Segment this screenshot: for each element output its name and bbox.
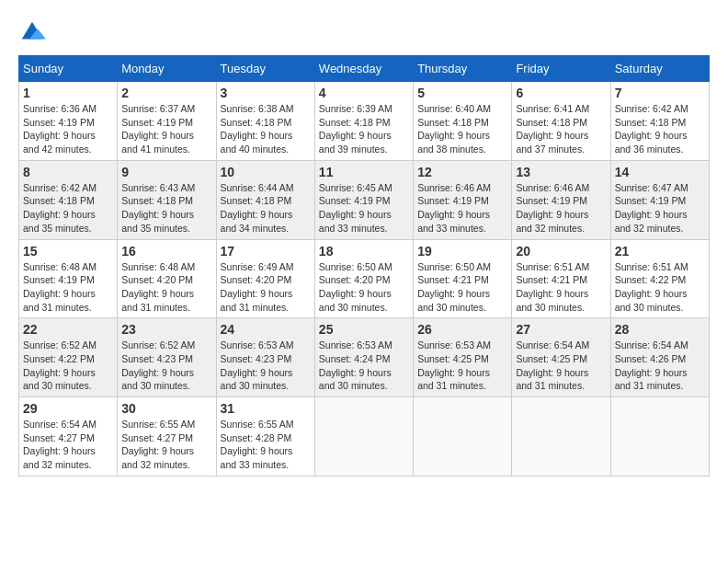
calendar-header-row: SundayMondayTuesdayWednesdayThursdayFrid…: [19, 56, 710, 82]
calendar-cell: 7 Sunrise: 6:42 AM Sunset: 4:18 PM Dayli…: [610, 82, 709, 161]
day-number: 3: [221, 86, 311, 100]
calendar-cell: 12 Sunrise: 6:46 AM Sunset: 4:19 PM Dayl…: [414, 160, 512, 239]
day-number: 16: [121, 244, 211, 259]
day-number: 8: [23, 165, 113, 179]
calendar-cell: 31 Sunrise: 6:55 AM Sunset: 4:28 PM Dayl…: [216, 397, 314, 477]
calendar-cell: 4 Sunrise: 6:39 AM Sunset: 4:18 PM Dayli…: [314, 82, 413, 161]
calendar-cell: 18 Sunrise: 6:50 AM Sunset: 4:20 PM Dayl…: [314, 239, 413, 318]
day-number: 25: [319, 322, 409, 337]
header-friday: Friday: [512, 56, 610, 82]
day-info: Sunrise: 6:53 AM Sunset: 4:25 PM Dayligh…: [417, 339, 507, 393]
page-header: [18, 18, 710, 46]
calendar-cell: 15 Sunrise: 6:48 AM Sunset: 4:19 PM Dayl…: [19, 239, 118, 318]
calendar-cell: 17 Sunrise: 6:49 AM Sunset: 4:20 PM Dayl…: [216, 239, 314, 318]
day-number: 30: [121, 401, 211, 416]
day-info: Sunrise: 6:53 AM Sunset: 4:24 PM Dayligh…: [319, 339, 409, 393]
calendar-cell: 27 Sunrise: 6:54 AM Sunset: 4:25 PM Dayl…: [512, 318, 610, 397]
calendar-cell: [414, 397, 512, 477]
calendar-cell: 13 Sunrise: 6:46 AM Sunset: 4:19 PM Dayl…: [512, 160, 610, 239]
day-number: 23: [121, 322, 211, 337]
day-number: 19: [417, 244, 507, 259]
day-info: Sunrise: 6:37 AM Sunset: 4:19 PM Dayligh…: [121, 102, 211, 156]
day-number: 20: [516, 244, 606, 259]
calendar-cell: 6 Sunrise: 6:41 AM Sunset: 4:18 PM Dayli…: [512, 82, 610, 161]
header-wednesday: Wednesday: [314, 56, 413, 82]
day-number: 17: [221, 244, 311, 259]
calendar-cell: 5 Sunrise: 6:40 AM Sunset: 4:18 PM Dayli…: [414, 82, 512, 161]
calendar-cell: 24 Sunrise: 6:53 AM Sunset: 4:23 PM Dayl…: [216, 318, 314, 397]
day-info: Sunrise: 6:55 AM Sunset: 4:27 PM Dayligh…: [121, 418, 211, 472]
day-number: 15: [23, 244, 113, 259]
day-number: 29: [23, 401, 113, 416]
day-info: Sunrise: 6:51 AM Sunset: 4:21 PM Dayligh…: [516, 260, 606, 315]
day-info: Sunrise: 6:53 AM Sunset: 4:23 PM Dayligh…: [221, 339, 311, 393]
day-info: Sunrise: 6:43 AM Sunset: 4:18 PM Dayligh…: [121, 181, 211, 236]
calendar-cell: 28 Sunrise: 6:54 AM Sunset: 4:26 PM Dayl…: [610, 318, 709, 397]
day-number: 14: [615, 165, 705, 179]
day-info: Sunrise: 6:52 AM Sunset: 4:23 PM Dayligh…: [121, 339, 211, 393]
day-info: Sunrise: 6:41 AM Sunset: 4:18 PM Dayligh…: [516, 102, 606, 156]
logo: [18, 18, 50, 46]
calendar-cell: 3 Sunrise: 6:38 AM Sunset: 4:18 PM Dayli…: [216, 82, 314, 161]
day-info: Sunrise: 6:44 AM Sunset: 4:18 PM Dayligh…: [221, 181, 311, 236]
day-number: 7: [615, 86, 705, 100]
calendar-cell: 2 Sunrise: 6:37 AM Sunset: 4:19 PM Dayli…: [118, 82, 216, 161]
day-info: Sunrise: 6:49 AM Sunset: 4:20 PM Dayligh…: [221, 260, 311, 315]
day-number: 11: [319, 165, 409, 179]
calendar-cell: 26 Sunrise: 6:53 AM Sunset: 4:25 PM Dayl…: [414, 318, 512, 397]
calendar-week-4: 22 Sunrise: 6:52 AM Sunset: 4:22 PM Dayl…: [19, 318, 710, 397]
day-number: 22: [23, 322, 113, 337]
day-info: Sunrise: 6:50 AM Sunset: 4:20 PM Dayligh…: [319, 260, 409, 315]
day-info: Sunrise: 6:50 AM Sunset: 4:21 PM Dayligh…: [417, 260, 507, 315]
day-number: 9: [121, 165, 211, 179]
calendar-cell: 19 Sunrise: 6:50 AM Sunset: 4:21 PM Dayl…: [414, 239, 512, 318]
header-monday: Monday: [118, 56, 216, 82]
header-saturday: Saturday: [610, 56, 709, 82]
day-number: 10: [221, 165, 311, 179]
day-number: 4: [319, 86, 409, 100]
day-number: 21: [615, 244, 705, 259]
header-thursday: Thursday: [414, 56, 512, 82]
day-number: 6: [516, 86, 606, 100]
calendar-week-3: 15 Sunrise: 6:48 AM Sunset: 4:19 PM Dayl…: [19, 239, 710, 318]
day-info: Sunrise: 6:38 AM Sunset: 4:18 PM Dayligh…: [221, 102, 311, 156]
day-info: Sunrise: 6:40 AM Sunset: 4:18 PM Dayligh…: [417, 102, 507, 156]
calendar-cell: 25 Sunrise: 6:53 AM Sunset: 4:24 PM Dayl…: [314, 318, 413, 397]
calendar: SundayMondayTuesdayWednesdayThursdayFrid…: [18, 55, 710, 477]
day-number: 5: [417, 86, 507, 100]
calendar-cell: [512, 397, 610, 477]
calendar-cell: [314, 397, 413, 477]
day-info: Sunrise: 6:54 AM Sunset: 4:25 PM Dayligh…: [516, 339, 606, 393]
calendar-week-2: 8 Sunrise: 6:42 AM Sunset: 4:18 PM Dayli…: [19, 160, 710, 239]
calendar-cell: 11 Sunrise: 6:45 AM Sunset: 4:19 PM Dayl…: [314, 160, 413, 239]
calendar-cell: 9 Sunrise: 6:43 AM Sunset: 4:18 PM Dayli…: [118, 160, 216, 239]
day-info: Sunrise: 6:42 AM Sunset: 4:18 PM Dayligh…: [615, 102, 705, 156]
day-info: Sunrise: 6:55 AM Sunset: 4:28 PM Dayligh…: [221, 418, 311, 472]
day-info: Sunrise: 6:47 AM Sunset: 4:19 PM Dayligh…: [615, 181, 705, 236]
day-number: 27: [516, 322, 606, 337]
calendar-cell: 23 Sunrise: 6:52 AM Sunset: 4:23 PM Dayl…: [118, 318, 216, 397]
day-info: Sunrise: 6:54 AM Sunset: 4:26 PM Dayligh…: [615, 339, 705, 393]
day-number: 1: [23, 86, 113, 100]
day-number: 28: [615, 322, 705, 337]
calendar-cell: 21 Sunrise: 6:51 AM Sunset: 4:22 PM Dayl…: [610, 239, 709, 318]
calendar-week-1: 1 Sunrise: 6:36 AM Sunset: 4:19 PM Dayli…: [19, 82, 710, 161]
calendar-cell: 30 Sunrise: 6:55 AM Sunset: 4:27 PM Dayl…: [118, 397, 216, 477]
day-info: Sunrise: 6:52 AM Sunset: 4:22 PM Dayligh…: [23, 339, 113, 393]
day-number: 12: [417, 165, 507, 179]
day-info: Sunrise: 6:48 AM Sunset: 4:20 PM Dayligh…: [121, 260, 211, 315]
day-number: 31: [221, 401, 311, 416]
calendar-cell: 8 Sunrise: 6:42 AM Sunset: 4:18 PM Dayli…: [19, 160, 118, 239]
calendar-cell: 22 Sunrise: 6:52 AM Sunset: 4:22 PM Dayl…: [19, 318, 118, 397]
calendar-cell: 16 Sunrise: 6:48 AM Sunset: 4:20 PM Dayl…: [118, 239, 216, 318]
day-info: Sunrise: 6:45 AM Sunset: 4:19 PM Dayligh…: [319, 181, 409, 236]
calendar-cell: [610, 397, 709, 477]
day-info: Sunrise: 6:36 AM Sunset: 4:19 PM Dayligh…: [23, 102, 113, 156]
day-info: Sunrise: 6:51 AM Sunset: 4:22 PM Dayligh…: [615, 260, 705, 315]
day-number: 2: [121, 86, 211, 100]
logo-icon: [18, 18, 46, 46]
calendar-week-5: 29 Sunrise: 6:54 AM Sunset: 4:27 PM Dayl…: [19, 397, 710, 477]
day-number: 13: [516, 165, 606, 179]
day-number: 18: [319, 244, 409, 259]
day-info: Sunrise: 6:46 AM Sunset: 4:19 PM Dayligh…: [516, 181, 606, 236]
